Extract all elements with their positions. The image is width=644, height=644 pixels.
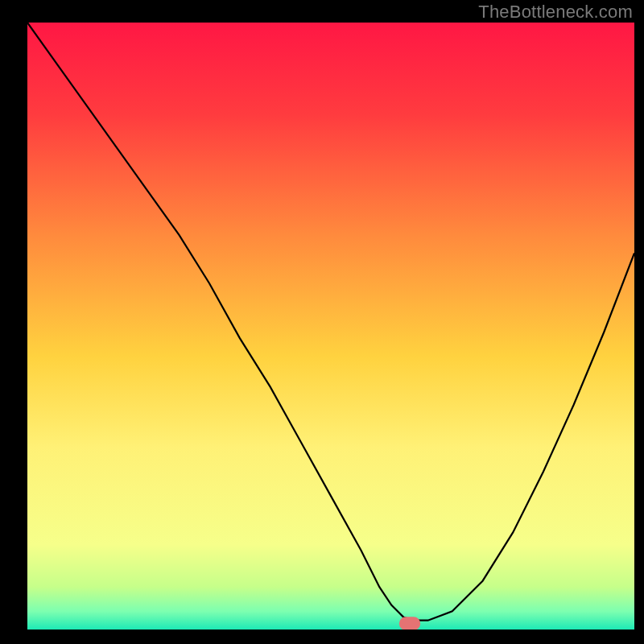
- gradient-background: [27, 23, 634, 630]
- plot-area: [27, 23, 634, 630]
- chart-container: TheBottleneck.com: [0, 0, 644, 644]
- chart-svg: [27, 23, 634, 630]
- watermark-text: TheBottleneck.com: [478, 2, 633, 23]
- sweet-spot-marker: [399, 617, 420, 630]
